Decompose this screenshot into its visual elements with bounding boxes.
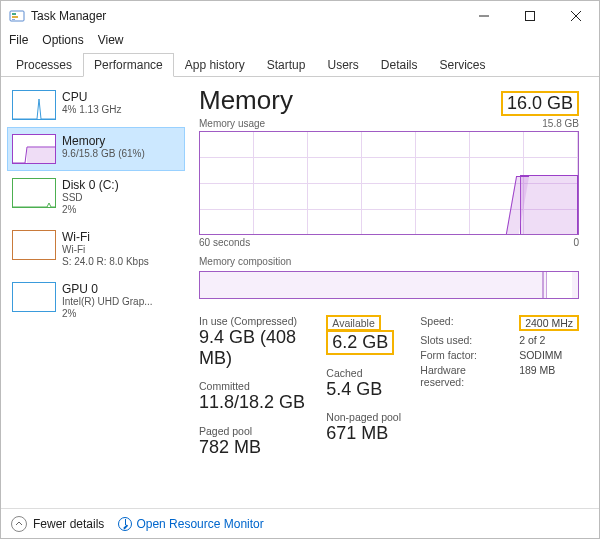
kv-key: Speed: <box>420 315 501 331</box>
x-axis-left: 60 seconds <box>199 237 250 248</box>
svg-rect-8 <box>27 147 56 163</box>
resource-monitor-icon <box>118 517 132 531</box>
sidebar-item-cpu[interactable]: CPU4% 1.13 GHz <box>7 83 185 127</box>
svg-rect-5 <box>526 12 535 21</box>
total-memory: 16.0 GB <box>501 91 579 116</box>
stat-value: 9.4 GB (408 MB) <box>199 327 320 368</box>
tab-bar: Processes Performance App history Startu… <box>1 53 599 77</box>
tab-performance[interactable]: Performance <box>83 53 174 77</box>
tab-details[interactable]: Details <box>370 53 429 77</box>
sidebar-item-label: Disk 0 (C:) <box>62 178 119 192</box>
resource-monitor-label: Open Resource Monitor <box>136 517 263 531</box>
chart-label: Memory usage <box>199 118 265 129</box>
tab-processes[interactable]: Processes <box>5 53 83 77</box>
memory-usage-chart <box>199 131 579 235</box>
maximize-icon <box>525 11 535 21</box>
menu-view[interactable]: View <box>98 33 124 47</box>
sidebar-item-disk[interactable]: Disk 0 (C:)SSD2% <box>7 171 185 223</box>
wifi-thumb <box>12 230 56 260</box>
fewer-details-label: Fewer details <box>33 517 104 531</box>
stat-label: Available <box>326 315 380 331</box>
sidebar-item-sub: Wi-FiS: 24.0 R: 8.0 Kbps <box>62 244 149 268</box>
titlebar: Task Manager <box>1 1 599 31</box>
disk-thumb <box>12 178 56 208</box>
main-panel: Memory 16.0 GB Memory usage15.8 GB 60 se… <box>191 77 599 506</box>
sidebar-item-sub: SSD2% <box>62 192 119 216</box>
sidebar-item-gpu[interactable]: GPU 0Intel(R) UHD Grap...2% <box>7 275 185 327</box>
svg-rect-2 <box>12 16 18 18</box>
sidebar-item-label: CPU <box>62 90 121 104</box>
sidebar-item-sub: Intel(R) UHD Grap...2% <box>62 296 153 320</box>
stat-label: Non-paged pool <box>326 411 410 423</box>
sidebar-item-sub: 9.6/15.8 GB (61%) <box>62 148 145 160</box>
minimize-button[interactable] <box>461 1 507 31</box>
fewer-details-button[interactable]: Fewer details <box>11 516 104 532</box>
window-controls <box>461 1 599 31</box>
close-button[interactable] <box>553 1 599 31</box>
x-axis-right: 0 <box>573 237 579 248</box>
app-icon <box>9 8 25 24</box>
minimize-icon <box>479 11 489 21</box>
menu-file[interactable]: File <box>9 33 28 47</box>
stat-label: Paged pool <box>199 425 320 437</box>
kv-val: 2 of 2 <box>519 334 579 346</box>
tab-users[interactable]: Users <box>316 53 369 77</box>
maximize-button[interactable] <box>507 1 553 31</box>
sidebar-item-wifi[interactable]: Wi-FiWi-FiS: 24.0 R: 8.0 Kbps <box>7 223 185 275</box>
sidebar-item-sub: 4% 1.13 GHz <box>62 104 121 116</box>
sidebar-item-label: Memory <box>62 134 145 148</box>
tab-app-history[interactable]: App history <box>174 53 256 77</box>
svg-rect-3 <box>12 19 15 20</box>
sidebar-item-label: Wi-Fi <box>62 230 149 244</box>
open-resource-monitor-link[interactable]: Open Resource Monitor <box>118 517 263 531</box>
sidebar: CPU4% 1.13 GHz Memory9.6/15.8 GB (61%) D… <box>1 77 191 506</box>
chevron-up-icon <box>11 516 27 532</box>
stats-area: In use (Compressed)9.4 GB (408 MB) Commi… <box>199 315 579 458</box>
stat-value: 782 MB <box>199 437 320 458</box>
cpu-thumb <box>12 90 56 120</box>
sidebar-item-memory[interactable]: Memory9.6/15.8 GB (61%) <box>7 127 185 171</box>
stat-value: 11.8/18.2 GB <box>199 392 320 413</box>
chart-max: 15.8 GB <box>542 118 579 129</box>
stat-label: Committed <box>199 380 320 392</box>
kv-val: 189 MB <box>519 364 579 388</box>
hw-details: Speed:2400 MHz Slots used:2 of 2 Form fa… <box>420 315 579 388</box>
stat-value-available: 6.2 GB <box>326 330 394 355</box>
gpu-thumb <box>12 282 56 312</box>
menu-bar: File Options View <box>1 31 599 53</box>
stat-label: In use (Compressed) <box>199 315 320 327</box>
stat-label: Cached <box>326 367 410 379</box>
page-title: Memory <box>199 85 293 116</box>
close-icon <box>571 11 581 21</box>
tab-services[interactable]: Services <box>429 53 497 77</box>
task-manager-window: Task Manager File Options View Processes… <box>0 0 600 539</box>
sidebar-item-label: GPU 0 <box>62 282 153 296</box>
kv-key: Hardware reserved: <box>420 364 501 388</box>
memory-thumb <box>12 134 56 164</box>
kv-key: Form factor: <box>420 349 501 361</box>
kv-val: SODIMM <box>519 349 579 361</box>
memory-composition-bar <box>199 271 579 299</box>
tab-startup[interactable]: Startup <box>256 53 317 77</box>
footer: Fewer details Open Resource Monitor <box>1 508 599 538</box>
stat-value: 671 MB <box>326 423 410 444</box>
svg-rect-1 <box>12 13 16 15</box>
kv-val-speed: 2400 MHz <box>519 315 579 331</box>
window-title: Task Manager <box>31 9 106 23</box>
composition-label: Memory composition <box>199 256 579 267</box>
menu-options[interactable]: Options <box>42 33 83 47</box>
stat-value: 5.4 GB <box>326 379 410 400</box>
kv-key: Slots used: <box>420 334 501 346</box>
